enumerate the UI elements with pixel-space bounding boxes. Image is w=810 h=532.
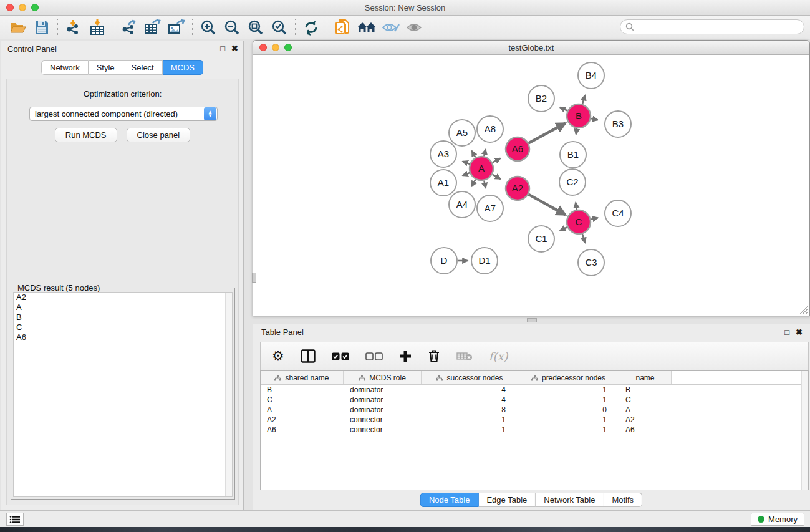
graph-node-B[interactable]: B [567,104,591,128]
export-table-icon[interactable] [141,17,165,37]
scrollbar-track[interactable] [801,371,808,490]
graph-node-C4[interactable]: C4 [605,200,631,226]
edge-A-A5[interactable] [472,151,476,157]
float-panel-icon[interactable]: □ [220,44,225,53]
mcds-result-list[interactable]: A2ABCA6 [13,292,233,497]
split-divider-grip[interactable] [252,273,256,283]
graph-node-A1[interactable]: A1 [430,170,456,196]
tab-motifs[interactable]: Motifs [604,493,642,507]
delete-column-icon[interactable] [428,349,440,363]
save-session-icon[interactable] [30,17,54,37]
graph-node-D[interactable]: D [431,248,457,274]
tab-select[interactable]: Select [123,60,163,75]
optimization-criterion-select[interactable]: largest connected component (directed) ▲… [29,107,218,121]
edge-A-A3[interactable] [463,162,470,164]
mcds-result-item[interactable]: C [14,322,232,332]
tab-node-table[interactable]: Node Table [420,493,479,507]
scrollbar-track[interactable] [225,293,232,496]
graph-node-C[interactable]: C [567,210,591,234]
edge-A6-B[interactable] [529,123,566,143]
zoom-out-icon[interactable] [220,17,244,37]
zoom-in-icon[interactable] [196,17,220,37]
graph-node-A7[interactable]: A7 [477,195,503,221]
tab-edge-table[interactable]: Edge Table [478,493,536,507]
edge-A-A1[interactable] [463,173,470,175]
search-field[interactable] [620,19,804,34]
open-file-icon[interactable] [6,17,30,37]
edge-A-A2[interactable] [493,175,501,179]
hide-details-icon[interactable] [378,17,402,37]
edge-C-C4[interactable] [591,218,598,220]
edge-A2-C[interactable] [529,195,566,215]
column-header-predecessor-nodes[interactable]: predecessor nodes [518,371,619,384]
split-divider-grip[interactable] [527,318,537,322]
tab-style[interactable]: Style [89,60,123,75]
edge-A-A8[interactable] [484,149,486,156]
graph-node-B3[interactable]: B3 [605,111,631,137]
edge-B-B3[interactable] [591,118,598,120]
edge-B-B4[interactable] [582,95,585,104]
close-panel-icon[interactable]: ✖ [231,44,238,53]
memory-button[interactable]: Memory [751,513,804,526]
export-network-icon[interactable] [117,17,141,37]
mcds-result-item[interactable]: B [14,312,232,322]
mcds-result-item[interactable]: A2 [14,293,232,302]
export-image-icon[interactable] [165,17,188,37]
graph-node-A5[interactable]: A5 [449,120,475,146]
refresh-icon[interactable] [299,17,323,37]
table-row[interactable]: Adominator80A [261,405,808,415]
graph-node-B2[interactable]: B2 [528,85,554,112]
zoom-fit-icon[interactable] [244,17,268,37]
network-window-titlebar[interactable]: testGlobe.txt [253,41,809,55]
task-history-button[interactable] [6,513,24,526]
close-panel-icon[interactable]: ✖ [796,327,803,337]
search-input[interactable] [637,22,804,31]
graph-node-A[interactable]: A [470,157,493,180]
tab-network[interactable]: Network [41,60,89,75]
share-documents-icon[interactable] [331,17,355,37]
function-builder-icon[interactable]: f(x) [489,350,508,363]
graph-node-A4[interactable]: A4 [449,191,475,218]
table-row[interactable]: Cdominator41C [261,395,808,405]
graph-node-D1[interactable]: D1 [471,248,498,274]
delete-table-icon[interactable] [456,351,473,361]
float-panel-icon[interactable]: □ [784,327,789,337]
network-canvas[interactable]: B4B2BB3A5A8A6A3B1AA1C2A2A4A7C4CC1C3DD1 [254,56,809,315]
neighbors-houses-icon[interactable] [355,17,378,37]
edge-B-B1[interactable] [576,128,577,135]
table-settings-gear-icon[interactable]: ⚙ [272,349,284,363]
zoom-selected-icon[interactable] [268,17,291,37]
column-header-name[interactable]: name [619,371,672,384]
close-panel-button[interactable]: Close panel [127,128,191,142]
mcds-result-item[interactable]: A6 [14,332,232,342]
column-header-MCDS-role[interactable]: MCDS role [344,371,422,384]
import-table-icon[interactable] [85,17,109,37]
graph-node-B1[interactable]: B1 [560,142,586,168]
column-header-shared-name[interactable]: shared name [261,371,344,384]
edge-A-A6[interactable] [493,158,501,163]
graph-node-A6[interactable]: A6 [506,137,529,161]
graph-node-A3[interactable]: A3 [430,141,456,167]
mcds-result-item[interactable]: A [14,302,232,312]
graph-node-A8[interactable]: A8 [477,116,503,142]
graph-node-C3[interactable]: C3 [578,249,604,276]
edge-A-A4[interactable] [472,180,476,186]
add-column-icon[interactable] [399,350,412,362]
table-row[interactable]: Bdominator41B [261,385,808,395]
resize-grip-icon[interactable] [799,306,808,314]
run-mcds-button[interactable]: Run MCDS [55,128,117,142]
edge-B-B2[interactable] [560,107,567,111]
graph-node-C2[interactable]: C2 [559,169,586,195]
edge-C-C2[interactable] [576,203,577,210]
unselect-all-columns-icon[interactable] [365,352,383,360]
import-network-icon[interactable] [62,17,85,37]
edge-C-C3[interactable] [582,234,585,243]
column-header-successor-nodes[interactable]: successor nodes [422,371,518,384]
select-all-columns-icon[interactable] [332,352,349,360]
graph-node-A2[interactable]: A2 [506,177,529,200]
show-column-panel-icon[interactable] [301,349,316,363]
table-row[interactable]: A2connector11A2 [261,415,808,425]
graph-node-B4[interactable]: B4 [578,62,604,89]
show-details-icon[interactable] [402,17,426,37]
graph-node-C1[interactable]: C1 [528,226,554,252]
